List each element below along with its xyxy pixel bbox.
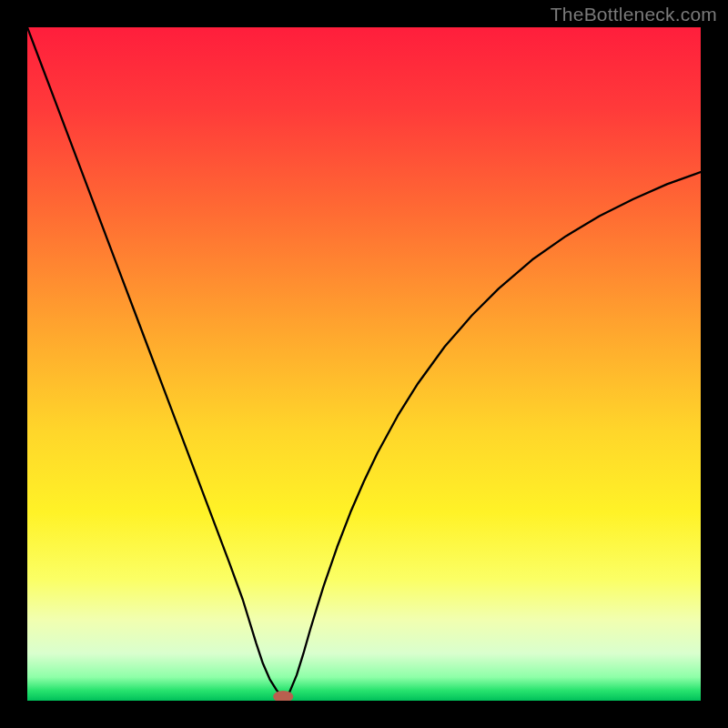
gradient-background: [27, 27, 701, 701]
plot-area: [27, 27, 701, 701]
watermark-text: TheBottleneck.com: [551, 4, 717, 25]
chart-frame: TheBottleneck.com: [0, 0, 728, 728]
chart-svg: [27, 27, 701, 701]
